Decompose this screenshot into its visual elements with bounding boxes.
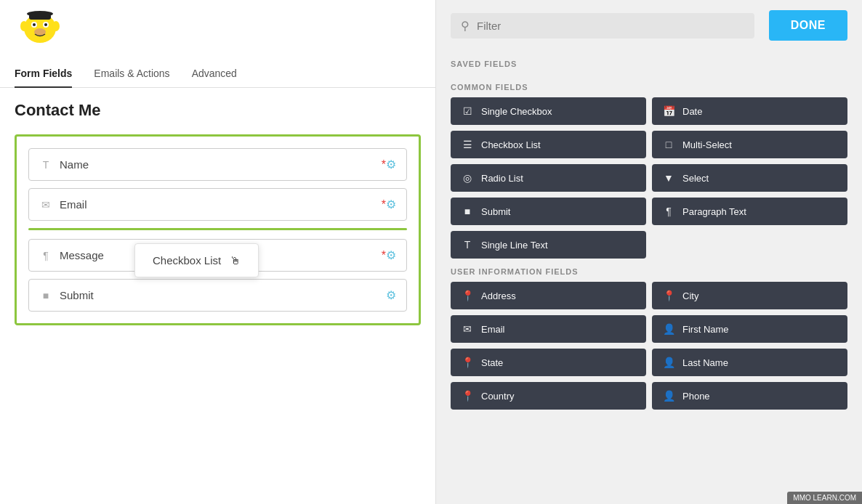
paragraph-text-label: Paragraph Text — [682, 206, 746, 217]
section-label-common: COMMON FIELDS — [451, 83, 847, 92]
form-title: Contact Me — [0, 88, 435, 127]
submit-common-icon: ■ — [461, 206, 474, 217]
field-label-name: Name — [60, 158, 380, 171]
field-btn-address[interactable]: 📍 Address — [451, 282, 646, 309]
field-row-submit[interactable]: ■ Submit ⚙ — [28, 279, 407, 312]
email-user-icon: ✉ — [461, 323, 474, 335]
right-panel: ⚲ DONE SAVED FIELDS COMMON FIELDS ☑ Sing… — [436, 0, 862, 504]
tooltip-text: Checkbox List — [153, 254, 221, 267]
single-checkbox-icon: ☑ — [461, 105, 474, 117]
filter-input[interactable] — [477, 20, 744, 32]
svg-point-9 — [27, 11, 53, 17]
date-label: Date — [682, 106, 702, 117]
field-btn-single-checkbox[interactable]: ☑ Single Checkbox — [451, 97, 646, 125]
drag-indicator — [28, 228, 407, 230]
user-info-fields-grid: 📍 Address 📍 City ✉ Email 👤 First Name 📍 — [451, 282, 847, 410]
first-name-label: First Name — [682, 324, 729, 335]
phone-label: Phone — [682, 391, 710, 402]
field-btn-checkbox-list[interactable]: ☰ Checkbox List — [451, 131, 646, 158]
svg-point-4 — [44, 23, 47, 26]
right-header: ⚲ DONE — [436, 0, 862, 51]
radio-list-icon: ◎ — [461, 172, 474, 184]
section-label-user-info: USER INFORMATION FIELDS — [451, 267, 847, 276]
field-btn-last-name[interactable]: 👤 Last Name — [652, 349, 847, 376]
svg-point-3 — [33, 23, 36, 26]
gear-icon-name[interactable]: ⚙ — [386, 158, 396, 171]
field-btn-paragraph-text[interactable]: ¶ Paragraph Text — [652, 198, 847, 225]
form-canvas: T Name * ⚙ ✉ Email * ⚙ ¶ Message * ⚙ ■ S… — [15, 134, 421, 325]
section-label-saved: SAVED FIELDS — [451, 60, 847, 68]
country-icon: 📍 — [461, 390, 474, 402]
field-btn-radio-list[interactable]: ◎ Radio List — [451, 164, 646, 192]
field-btn-city[interactable]: 📍 City — [652, 282, 847, 309]
gear-icon-message[interactable]: ⚙ — [386, 248, 396, 262]
country-label: Country — [481, 391, 515, 402]
svg-point-6 — [20, 21, 28, 31]
field-btn-state[interactable]: 📍 State — [451, 349, 646, 376]
last-name-label: Last Name — [682, 357, 728, 368]
paragraph-icon: ¶ — [39, 250, 52, 261]
tab-emails-actions[interactable]: Emails & Actions — [94, 60, 169, 88]
cursor-indicator: 🖱 — [230, 254, 241, 267]
mailchimp-logo — [15, 10, 65, 50]
checkbox-list-tooltip: Checkbox List 🖱 — [134, 243, 259, 277]
fields-scroll: SAVED FIELDS COMMON FIELDS ☑ Single Chec… — [436, 51, 862, 504]
watermark: MMO LEARN.COM — [787, 492, 862, 504]
search-icon: ⚲ — [461, 19, 470, 33]
field-btn-multi-select[interactable]: □ Multi-Select — [652, 131, 847, 158]
gear-icon-email[interactable]: ⚙ — [386, 198, 396, 211]
svg-point-7 — [52, 21, 60, 31]
done-button[interactable]: DONE — [769, 10, 847, 41]
field-label-submit: Submit — [60, 289, 386, 301]
state-label: State — [481, 357, 503, 368]
filter-input-wrap: ⚲ — [451, 13, 754, 38]
email-icon: ✉ — [39, 199, 52, 211]
email-user-label: Email — [481, 324, 505, 335]
checkbox-list-icon: ☰ — [461, 139, 474, 150]
city-label: City — [682, 290, 698, 301]
multi-select-icon: □ — [662, 139, 675, 150]
paragraph-text-icon: ¶ — [662, 206, 675, 217]
field-btn-first-name[interactable]: 👤 First Name — [652, 315, 847, 343]
date-icon: 📅 — [662, 105, 675, 117]
logo-area — [0, 0, 435, 60]
multi-select-label: Multi-Select — [682, 139, 732, 150]
submit-common-label: Submit — [481, 206, 510, 217]
field-btn-country[interactable]: 📍 Country — [451, 382, 646, 410]
first-name-icon: 👤 — [662, 323, 675, 335]
single-checkbox-label: Single Checkbox — [481, 106, 552, 117]
field-btn-submit-common[interactable]: ■ Submit — [451, 198, 646, 225]
select-label: Select — [682, 173, 709, 184]
select-icon: ▼ — [662, 172, 675, 184]
tab-form-fields[interactable]: Form Fields — [15, 60, 72, 88]
text-icon: T — [39, 159, 52, 171]
state-icon: 📍 — [461, 357, 474, 368]
single-line-text-label: Single Line Text — [481, 240, 548, 251]
tabs-bar: Form Fields Emails & Actions Advanced — [0, 60, 435, 88]
last-name-icon: 👤 — [662, 357, 675, 368]
gear-icon-submit[interactable]: ⚙ — [386, 288, 396, 302]
common-fields-grid: ☑ Single Checkbox 📅 Date ☰ Checkbox List… — [451, 97, 847, 259]
address-icon: 📍 — [461, 290, 474, 301]
left-panel: Form Fields Emails & Actions Advanced Co… — [0, 0, 436, 504]
field-label-email: Email — [60, 198, 380, 211]
radio-list-label: Radio List — [481, 173, 523, 184]
submit-icon: ■ — [39, 290, 52, 301]
field-row-name[interactable]: T Name * ⚙ — [28, 148, 407, 181]
field-row-email[interactable]: ✉ Email * ⚙ — [28, 188, 407, 221]
phone-icon: 👤 — [662, 390, 675, 402]
field-btn-select[interactable]: ▼ Select — [652, 164, 847, 192]
checkbox-list-label: Checkbox List — [481, 139, 541, 150]
field-btn-single-line-text[interactable]: T Single Line Text — [451, 231, 646, 259]
city-icon: 📍 — [662, 290, 675, 301]
single-line-text-icon: T — [461, 239, 474, 251]
field-btn-email-user[interactable]: ✉ Email — [451, 315, 646, 343]
field-btn-date[interactable]: 📅 Date — [652, 97, 847, 125]
tab-advanced[interactable]: Advanced — [192, 60, 237, 88]
address-label: Address — [481, 290, 516, 301]
field-btn-phone[interactable]: 👤 Phone — [652, 382, 847, 410]
